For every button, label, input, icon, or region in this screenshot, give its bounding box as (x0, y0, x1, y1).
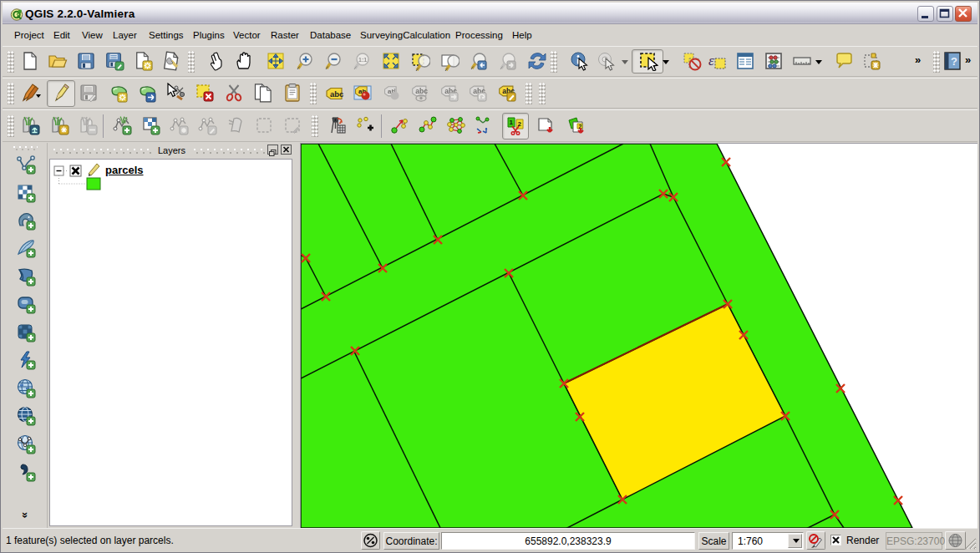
svg-text:1:1: 1:1 (358, 57, 367, 63)
svg-text:ε: ε (708, 53, 714, 68)
svg-text:1: 1 (510, 119, 514, 126)
svg-text:?: ? (951, 55, 957, 68)
